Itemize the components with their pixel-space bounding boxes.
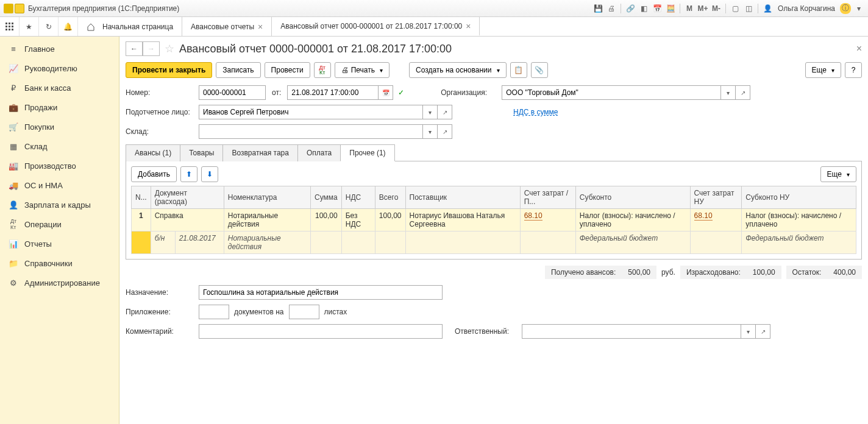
favorite-star-icon[interactable]: ☆ [165,42,174,55]
dtab-returnable[interactable]: Возвратная тара [222,144,298,161]
cell-n[interactable]: 1 [132,209,151,231]
cell-subk-nu[interactable]: Налог (взносы): начислено / уплачено [742,209,856,231]
more-button[interactable]: Еще [805,62,841,78]
info-icon[interactable]: ⓘ [840,3,851,14]
dtab-goods[interactable]: Товары [180,144,223,161]
col-vat[interactable]: НДС [341,186,375,209]
compare-icon[interactable]: ◧ [638,3,649,14]
warehouse-input[interactable] [199,124,423,139]
app-menu-dropdown[interactable] [15,4,24,13]
number-input[interactable] [199,85,266,100]
structure-button[interactable]: 📋 [510,62,527,78]
col-total[interactable]: Всего [375,186,405,209]
dtab-payment[interactable]: Оплата [297,144,341,161]
col-acct[interactable]: Счет затрат / П... [520,186,575,209]
cell-acct[interactable]: 68.10 [520,209,575,231]
cell-nom-sub[interactable]: Нотариальные действия [224,231,310,254]
open-icon[interactable]: ↗ [736,85,750,100]
cell-total[interactable]: 100,00 [375,209,405,231]
dtab-other[interactable]: Прочее (1) [340,144,394,161]
dropdown-icon[interactable]: ▾ [741,324,756,339]
expense-grid[interactable]: N... Документ (расхода) Номенклатура Сум… [131,186,856,254]
move-up-button[interactable]: ⬆ [180,166,197,182]
tab-document-active[interactable]: Авансовый отчет 0000-000001 от 21.08.201… [272,17,480,36]
dk-movements-button[interactable]: ДтКт [314,62,331,78]
apps-grid-icon[interactable] [0,17,20,36]
favorites-star-icon[interactable]: ★ [20,17,39,36]
vat-mode-link[interactable]: НДС в сумме [513,108,558,116]
sidebar-item-warehouse[interactable]: ▦Склад [0,136,119,156]
calendar-picker-icon[interactable]: 📅 [379,85,393,100]
dropdown-icon[interactable]: ▾ [721,85,736,100]
sidebar-item-catalogs[interactable]: 📁Справочники [0,253,119,273]
post-and-close-button[interactable]: Провести и закрыть [126,62,212,78]
col-subk[interactable]: Субконто [575,186,690,209]
open-icon[interactable]: ↗ [756,324,770,339]
cell-acct-nu[interactable]: 68.10 [690,209,742,231]
move-down-button[interactable]: ⬇ [201,166,218,182]
cell-subk[interactable]: Налог (взносы): начислено / уплачено [575,209,690,231]
sidebar-item-reports[interactable]: 📊Отчеты [0,234,119,253]
grid-row[interactable]: 1 Справка Нотариальные действия 100,00 Б… [132,209,856,231]
date-input[interactable] [287,85,379,100]
sidebar-item-manager[interactable]: 📈Руководителю [0,58,119,78]
col-subk-nu[interactable]: Субконто НУ [742,186,856,209]
cell-sum[interactable]: 100,00 [311,209,342,231]
window-icon[interactable]: ▢ [730,3,741,14]
help-button[interactable]: ? [845,62,862,78]
attach-button[interactable]: 📎 [531,62,548,78]
dropdown-icon[interactable]: ▾ [423,105,438,119]
sidebar-item-bank[interactable]: ₽Банк и касса [0,78,119,97]
comment-input[interactable] [199,324,443,339]
col-n[interactable]: N... [132,186,151,209]
col-sum[interactable]: Сумма [311,186,342,209]
m-minus-button[interactable]: M- [711,3,722,14]
create-based-button[interactable]: Создать на основании [409,62,507,78]
responsible-input[interactable] [522,324,741,339]
panel-icon[interactable]: ◫ [743,3,754,14]
calendar-icon[interactable]: 📅 [652,3,663,14]
cell-n-sub[interactable] [132,231,151,254]
nav-back-button[interactable]: ← [126,41,143,56]
grid-subrow[interactable]: б/н 21.08.2017 Нотариальные действия Фед… [132,231,856,254]
nav-forward-button[interactable]: → [143,41,160,56]
cell-subk-nu-sub[interactable]: Федеральный бюджет [742,231,856,254]
cell-vat[interactable]: Без НДС [341,209,375,231]
cell-doc[interactable]: Справка [151,209,224,231]
notifications-bell-icon[interactable]: 🔔 [59,17,78,36]
person-input[interactable] [199,105,423,119]
history-icon[interactable]: ↻ [39,17,59,36]
org-input[interactable] [502,85,721,100]
sidebar-item-production[interactable]: 🏭Производство [0,156,119,175]
user-name[interactable]: Ольга Корчагина [775,4,838,13]
sidebar-item-operations[interactable]: ДтКтОперации [0,214,119,234]
sidebar-item-purchases[interactable]: 🛒Покупки [0,117,119,136]
col-nom[interactable]: Номенклатура [224,186,310,209]
dropdown-icon[interactable]: ▾ [423,124,438,139]
col-doc[interactable]: Документ (расхода) [151,186,224,209]
cell-supplier[interactable]: Нотариус Ивашова Наталья Сергеевна [405,209,520,231]
close-document-button[interactable]: × [856,43,862,54]
save-icon[interactable]: 💾 [592,3,603,14]
attach-docs-input[interactable] [199,305,229,319]
sidebar-item-main[interactable]: ≡Главное [0,39,119,58]
sidebar-item-salary[interactable]: 👤Зарплата и кадры [0,195,119,214]
tab-advance-reports[interactable]: Авансовые отчеты × [182,17,272,36]
calculator-icon[interactable]: 🧮 [665,3,676,14]
add-row-button[interactable]: Добавить [131,166,177,182]
cell-subk-sub[interactable]: Федеральный бюджет [575,231,690,254]
attach-sheets-input[interactable] [289,305,319,319]
col-supplier[interactable]: Поставщик [405,186,520,209]
m-button[interactable]: M [684,3,695,14]
open-icon[interactable]: ↗ [438,105,452,119]
grid-more-button[interactable]: Еще [820,166,856,182]
close-icon[interactable]: × [258,22,263,32]
col-acct-nu[interactable]: Счет затрат НУ [690,186,742,209]
sidebar-item-sales[interactable]: 💼Продажи [0,97,119,117]
purpose-input[interactable] [199,285,443,300]
open-icon[interactable]: ↗ [438,124,452,139]
sidebar-item-admin[interactable]: ⚙Администрирование [0,273,119,292]
tab-home[interactable]: Начальная страница [78,17,182,36]
link-icon[interactable]: 🔗 [625,3,636,14]
sidebar-item-assets[interactable]: 🚚ОС и НМА [0,175,119,195]
